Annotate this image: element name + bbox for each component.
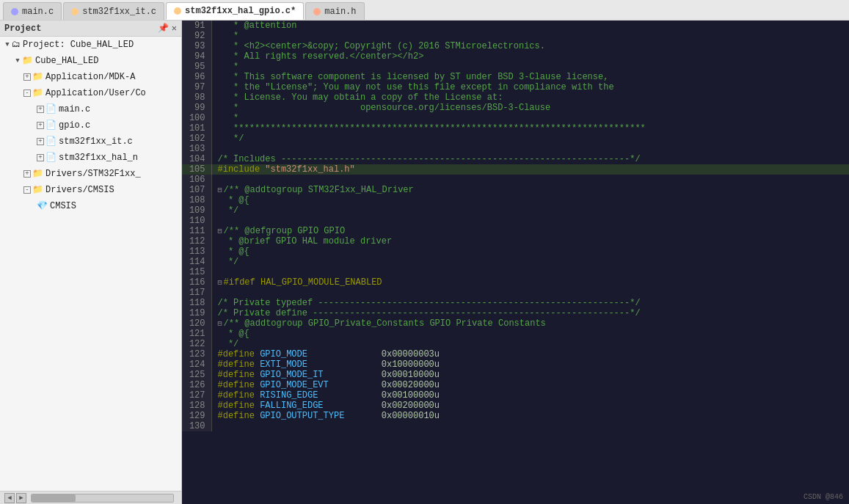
line-content[interactable]: * This software component is licensed by…: [211, 72, 849, 82]
tree-drivers-stm32[interactable]: + 📁 Drivers/STM32F1xx_: [0, 166, 181, 182]
line-content[interactable]: #define FALLING_EDGE 0x00200000u: [211, 401, 849, 411]
line-number: 126: [182, 380, 211, 390]
line-content[interactable]: ⊟/** @defgroup GPIO GPIO: [211, 226, 849, 236]
table-row: 111⊟/** @defgroup GPIO GPIO: [182, 226, 849, 236]
line-content[interactable]: */: [211, 257, 849, 267]
line-content[interactable]: [211, 421, 849, 431]
line-content[interactable]: ⊟/** @addtogroup STM32F1xx_HAL_Driver: [211, 185, 849, 195]
code-scroll[interactable]: 91 * @attention92 *93 * <h2><center>&cop…: [182, 21, 849, 504]
sidebar-close-icon[interactable]: ✕: [172, 23, 177, 34]
line-content[interactable]: */: [211, 134, 849, 144]
table-row: 98 * License. You may obtain a copy of t…: [182, 92, 849, 103]
line-content[interactable]: * License. You may obtain a copy of the …: [211, 92, 849, 103]
sidebar: Project 📌 ✕ ▼ 🗂 Project: Cube_HAL_LED ▼ …: [0, 21, 182, 504]
line-content[interactable]: #define GPIO_MODE_IT 0x00010000u: [211, 370, 849, 380]
line-content[interactable]: [211, 216, 849, 226]
line-content[interactable]: * @{: [211, 195, 849, 205]
expander-it-c[interactable]: +: [37, 138, 44, 145]
line-content[interactable]: *: [211, 31, 849, 41]
line-content[interactable]: [211, 288, 849, 298]
line-content[interactable]: /* Private define ----------------------…: [211, 308, 849, 318]
line-number: 121: [182, 329, 211, 339]
line-content[interactable]: [211, 175, 849, 185]
tree-app-user[interactable]: - 📁 Application/User/Co: [0, 85, 181, 101]
line-content[interactable]: #include "stm32f1xx_hal.h": [211, 164, 849, 175]
fold-icon[interactable]: ⊟: [218, 227, 222, 235]
table-row: 121 * @{: [182, 329, 849, 339]
line-content[interactable]: */: [211, 339, 849, 349]
line-content[interactable]: #define GPIO_MODE_EVT 0x00020000u: [211, 380, 849, 390]
line-number: 98: [182, 92, 211, 103]
table-row: 112 * @brief GPIO HAL module driver: [182, 236, 849, 246]
line-content[interactable]: #define EXTI_MODE 0x10000000u: [211, 359, 849, 370]
tab-stm32f1xx-hal-gpio[interactable]: stm32f1xx_hal_gpio.c*: [166, 2, 304, 20]
tree-app-mdk[interactable]: + 📁 Application/MDK-A: [0, 69, 181, 85]
line-content[interactable]: #define RISING_EDGE 0x00100000u: [211, 390, 849, 401]
tree-label-cmsis: CMSIS: [50, 200, 76, 213]
scroll-right[interactable]: ▶: [16, 493, 26, 503]
line-number: 94: [182, 51, 211, 62]
tab-main-h[interactable]: main.h: [305, 2, 364, 20]
line-content[interactable]: #define GPIO_OUTPUT_TYPE 0x00000010u: [211, 411, 849, 421]
fold-icon[interactable]: ⊟: [218, 320, 222, 328]
tree-file-main-c[interactable]: + 📄 main.c: [0, 101, 181, 117]
expander-app-mdk[interactable]: +: [23, 73, 31, 81]
line-content[interactable]: /* Private typedef ---------------------…: [211, 298, 849, 308]
line-number: 104: [182, 154, 211, 164]
tree-file-gpio-c[interactable]: + 📄 gpio.c: [0, 117, 181, 134]
line-number: 99: [182, 103, 211, 113]
tree-label-it-c: stm32f1xx_it.c: [59, 135, 133, 148]
line-content[interactable]: ⊟#ifdef HAL_GPIO_MODULE_ENABLED: [211, 277, 849, 288]
expander-root[interactable]: ▼: [3, 38, 12, 51]
expander-app-user[interactable]: -: [23, 90, 31, 97]
sidebar-tree[interactable]: ▼ 🗂 Project: Cube_HAL_LED ▼ 📁 Cube_HAL_L…: [0, 37, 181, 491]
fold-icon[interactable]: ⊟: [218, 186, 222, 194]
scroll-left[interactable]: ◀: [4, 493, 15, 503]
line-content[interactable]: [211, 144, 849, 154]
line-content[interactable]: ****************************************…: [211, 123, 849, 134]
tree-cmsis-gem[interactable]: 💎 CMSIS: [0, 198, 181, 214]
tree-file-it-c[interactable]: + 📄 stm32f1xx_it.c: [0, 134, 181, 150]
line-content[interactable]: * All rights reserved.</center></h2>: [211, 51, 849, 62]
line-content[interactable]: #define GPIO_MODE 0x00000003u: [211, 349, 849, 359]
line-content[interactable]: * @{: [211, 329, 849, 339]
tree-file-hal-n[interactable]: + 📄 stm32f1xx_hal_n: [0, 150, 181, 166]
line-content[interactable]: * @attention: [211, 21, 849, 31]
pin-icon[interactable]: 📌: [158, 23, 169, 34]
tree-project-root[interactable]: ▼ 🗂 Project: Cube_HAL_LED: [0, 37, 181, 53]
line-content[interactable]: * @{: [211, 246, 849, 257]
tab-label-stm32f1xx-hal-gpio: stm32f1xx_hal_gpio.c*: [185, 6, 296, 16]
fold-icon[interactable]: ⊟: [218, 279, 222, 287]
line-content[interactable]: *: [211, 62, 849, 72]
line-content[interactable]: */: [211, 205, 849, 216]
line-number: 112: [182, 236, 211, 246]
tab-main-c[interactable]: main.c: [3, 2, 62, 20]
line-content[interactable]: [211, 267, 849, 277]
expander-gpio-c[interactable]: +: [37, 122, 44, 129]
code-table: 91 * @attention92 *93 * <h2><center>&cop…: [182, 21, 849, 431]
table-row: 99 * opensource.org/licenses/BSD-3-Claus…: [182, 103, 849, 113]
tree-drivers-cmsis[interactable]: - 📁 Drivers/CMSIS: [0, 182, 181, 198]
table-row: 117: [182, 288, 849, 298]
tree-cube-hal-led[interactable]: ▼ 📁 Cube_HAL_LED: [0, 53, 181, 69]
line-content[interactable]: * opensource.org/licenses/BSD-3-Clause: [211, 103, 849, 113]
line-content[interactable]: * @brief GPIO HAL module driver: [211, 236, 849, 246]
table-row: 108 * @{: [182, 195, 849, 205]
expander-cube-hal-led[interactable]: ▼: [13, 54, 22, 67]
table-row: 94 * All rights reserved.</center></h2>: [182, 51, 849, 62]
line-number: 118: [182, 298, 211, 308]
line-content[interactable]: * <h2><center>&copy; Copyright (c) 2016 …: [211, 41, 849, 51]
folder-icon-user: 📁: [32, 87, 43, 100]
line-content[interactable]: *: [211, 113, 849, 123]
tree-label-app-mdk: Application/MDK-A: [45, 70, 135, 84]
sidebar-scrollbar[interactable]: [31, 494, 174, 503]
line-content[interactable]: /* Includes ----------------------------…: [211, 154, 849, 164]
expander-drivers-stm32[interactable]: +: [23, 170, 31, 178]
expander-hal-n[interactable]: +: [37, 154, 44, 161]
line-number: 100: [182, 113, 211, 123]
tab-stm32f1xx-it[interactable]: stm32f1xx_it.c: [63, 2, 164, 20]
expander-drivers-cmsis[interactable]: -: [23, 186, 31, 194]
line-content[interactable]: ⊟/** @addtogroup GPIO_Private_Constants …: [211, 318, 849, 329]
expander-main-c[interactable]: +: [37, 106, 44, 113]
line-content[interactable]: * the "License"; You may not use this fi…: [211, 82, 849, 92]
